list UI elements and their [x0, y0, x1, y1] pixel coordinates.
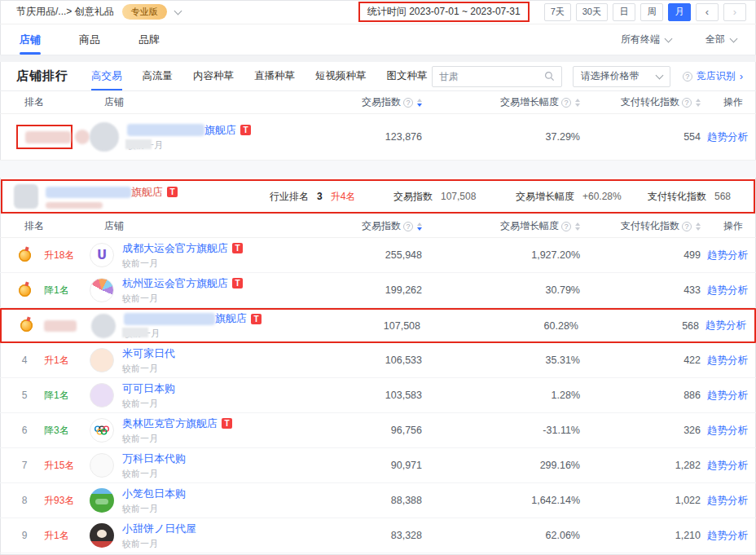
range-button-2[interactable]: 日	[613, 3, 635, 21]
col-header-growth[interactable]: 交易增长幅度?	[429, 95, 587, 109]
col-header-rank: 排名	[0, 219, 78, 233]
shop-row: 升18名U成都大运会官方旗舰店T较前一月255,9481,927.20%499趋…	[0, 238, 756, 273]
help-icon[interactable]: ?	[403, 98, 413, 108]
range-button-3[interactable]: 周	[640, 3, 663, 21]
growth-label: 交易增长幅度	[516, 190, 574, 204]
sort-icon[interactable]	[417, 222, 422, 231]
col-header-growth[interactable]: 交易增长幅度?	[429, 219, 587, 233]
breadcrumb[interactable]: 节庆用品/...> 创意礼品 专业版	[16, 4, 181, 20]
ranking-panel: 店铺排行 高交易高流量内容种草直播种草短视频种草图文种草 请选择价格带 ? 竞店…	[0, 62, 756, 553]
vs-previous-label: 较前一月	[122, 433, 158, 445]
shop-row: 8升93名小笼包日本购较前一月88,3881,642.14%1,022趋势分析	[0, 483, 756, 518]
conversion-value: 568	[585, 320, 705, 332]
help-icon[interactable]: ?	[682, 222, 692, 231]
main-tab-1[interactable]: 商品	[79, 24, 100, 55]
search-input[interactable]	[439, 71, 544, 82]
col-header-conversion[interactable]: 支付转化指数?	[587, 219, 707, 233]
trend-analysis-link[interactable]: 趋势分析	[707, 390, 748, 401]
redacted-shop-name	[127, 124, 204, 136]
help-icon[interactable]: ?	[682, 98, 692, 108]
ranking-tab-5[interactable]: 图文种草	[387, 62, 428, 90]
ranking-tab-4[interactable]: 短视频种草	[315, 62, 367, 90]
trend-analysis-link[interactable]: 趋势分析	[707, 460, 748, 471]
shop-name-link[interactable]: 米可家日代	[122, 346, 175, 361]
help-icon[interactable]: ?	[683, 72, 692, 81]
trend-analysis-link[interactable]: 趋势分析	[707, 495, 748, 506]
industry-rank: 行业排名 3 升4名	[270, 190, 393, 204]
ranking-tab-3[interactable]: 直播种草	[254, 62, 295, 90]
terminal-filter-label: 所有终端	[621, 33, 660, 46]
tmall-badge: T	[167, 187, 178, 197]
shop-avatar	[90, 383, 114, 407]
terminal-filter[interactable]: 所有终端	[621, 33, 671, 46]
sort-icon[interactable]	[575, 99, 580, 107]
rank-number: 4	[15, 355, 34, 366]
redacted-shop-name	[124, 313, 215, 325]
rank-cell	[2, 319, 80, 332]
range-button-1[interactable]: 30天	[576, 3, 608, 21]
sort-icon[interactable]	[696, 222, 701, 231]
sort-icon[interactable]	[696, 99, 701, 107]
transaction-index-value: 96,756	[241, 425, 429, 436]
range-button-4[interactable]: 月	[668, 3, 691, 21]
chevron-down-icon[interactable]	[174, 7, 182, 15]
rank-cell: 4升1名	[0, 354, 78, 368]
shop-name-link[interactable]: 可可日本购	[122, 381, 175, 396]
shop-name-suffix: 旗舰店	[131, 185, 163, 200]
rank-number: 8	[15, 495, 34, 506]
scope-filter[interactable]: 全部	[705, 33, 736, 46]
shop-name-link[interactable]: 万科日本代购	[122, 451, 186, 466]
medal-icon	[20, 319, 33, 332]
help-icon[interactable]: ?	[561, 98, 571, 108]
col-header-index[interactable]: 交易指数?	[241, 95, 429, 109]
sort-icon[interactable]	[417, 99, 422, 107]
next-period-button[interactable]: ›	[723, 3, 746, 21]
redacted-shop-name	[46, 187, 131, 198]
rank-cell: 9升1名	[0, 529, 78, 543]
breadcrumb-text[interactable]: 节庆用品/...> 创意礼品	[16, 5, 114, 19]
arrow-right-icon: ›	[740, 70, 743, 82]
trend-analysis-link[interactable]: 趋势分析	[707, 284, 748, 296]
trend-analysis-link[interactable]: 趋势分析	[707, 425, 748, 436]
trend-analysis-link[interactable]: 趋势分析	[705, 319, 746, 331]
ranking-tab-1[interactable]: 高流量	[143, 62, 174, 90]
sort-icon[interactable]	[575, 222, 580, 231]
page-title: 店铺排行	[16, 68, 68, 84]
shop-search[interactable]	[432, 66, 562, 87]
ranking-tab-0[interactable]: 高交易	[91, 62, 122, 90]
conversion-value: 568	[714, 191, 731, 202]
range-button-0[interactable]: 7天	[544, 3, 571, 21]
help-icon[interactable]: ?	[561, 222, 571, 231]
help-icon[interactable]: ?	[403, 222, 413, 231]
competitor-detect-link[interactable]: ? 竞店识别 ›	[683, 69, 743, 83]
trend-analysis-link[interactable]: 趋势分析	[707, 131, 748, 143]
shop-name-link[interactable]: 成都大运会官方旗舰店	[122, 241, 228, 256]
main-tab-2[interactable]: 品牌	[138, 24, 160, 55]
shop-avatar	[90, 122, 119, 152]
shop-row: 7升15名万科日本代购较前一月90,971299.16%1,282趋势分析	[0, 448, 756, 483]
ranking-tab-2[interactable]: 内容种草	[193, 62, 234, 90]
trend-analysis-link[interactable]: 趋势分析	[707, 530, 748, 541]
main-tabs: 店铺商品品牌	[20, 24, 160, 55]
rank-number: 5	[15, 390, 34, 401]
shop-name-link[interactable]: 奥林匹克官方旗舰店	[122, 416, 218, 431]
prev-period-button[interactable]: ‹	[696, 3, 719, 21]
trend-analysis-link[interactable]: 趋势分析	[707, 249, 748, 261]
col-header-index[interactable]: 交易指数?	[241, 219, 429, 233]
shop-name-suffix[interactable]: 旗舰店	[204, 123, 236, 138]
col-header-conversion[interactable]: 支付转化指数?	[587, 95, 707, 109]
shop-cell: U成都大运会官方旗舰店T较前一月	[78, 241, 241, 270]
transaction-index-value: 107,508	[240, 320, 427, 332]
shop-avatar	[90, 453, 114, 478]
shop-name-link[interactable]: 小笼包日本购	[122, 487, 186, 501]
rank-number: 7	[15, 460, 34, 471]
table-header: 排名店铺交易指数?交易增长幅度?支付转化指数?操作	[0, 215, 756, 238]
shop-rows: 升18名U成都大运会官方旗舰店T较前一月255,9481,927.20%499趋…	[0, 238, 756, 553]
shop-cell: 可可日本购较前一月	[78, 381, 241, 410]
price-band-select[interactable]: 请选择价格带	[573, 66, 670, 87]
main-nav: 店铺商品品牌 所有终端 全部	[0, 24, 756, 55]
shop-name-link[interactable]: 杭州亚运会官方旗舰店	[122, 276, 228, 291]
main-tab-0[interactable]: 店铺	[20, 24, 41, 55]
shop-name-link[interactable]: 小甜饼ノ日代屋	[122, 522, 196, 536]
trend-analysis-link[interactable]: 趋势分析	[707, 355, 748, 366]
